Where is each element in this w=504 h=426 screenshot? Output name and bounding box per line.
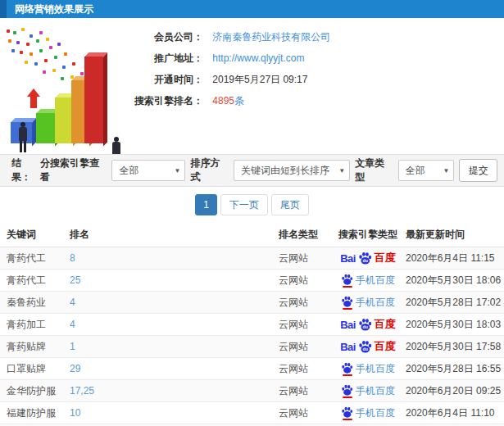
- svg-text:du: du: [362, 258, 367, 263]
- header-updated: 最新更新时间: [406, 228, 504, 242]
- rank-count-suffix: 条: [234, 95, 244, 106]
- baidu-paw-icon: du: [358, 340, 372, 353]
- next-page-button[interactable]: 下一页: [220, 194, 268, 215]
- rank-type-cell: 云网站: [279, 274, 330, 288]
- pagination: 1 下一页 尾页: [0, 187, 504, 223]
- mobile-baidu-text: 手机百度: [356, 296, 395, 310]
- rank-link[interactable]: 10: [70, 407, 279, 419]
- page-1-button[interactable]: 1: [195, 194, 217, 215]
- rank-count-label: 搜索引擎排名：: [125, 90, 203, 111]
- baidu-logo-cn-text: 百度: [375, 251, 396, 265]
- baidu-paw-icon: [341, 406, 353, 418]
- company-info-list: 会员公司： 济南秦鲁药业科技有限公司 推广地址： http://www.qlyy…: [125, 26, 502, 111]
- updated-time-cell: 2020年6月4日 11:10: [406, 406, 504, 420]
- engine-filter-select[interactable]: 全部 ▼: [111, 160, 185, 181]
- baidu-paw-icon: du: [358, 252, 372, 265]
- updated-time-cell: 2020年5月30日 18:03: [406, 318, 504, 332]
- header-rank-type: 排名类型: [279, 228, 330, 242]
- keyword-cell: 膏药加工: [7, 318, 70, 332]
- table-row: 福建防护服10云网站手机百度2020年6月4日 11:10: [0, 402, 504, 424]
- table-row: 口罩贴牌29云网站手机百度2020年5月28日 16:55: [0, 358, 504, 380]
- page: 网络营销效果展示 会员公司： 济南秦鲁药业科技有限公司 推广地址： http:/…: [0, 0, 504, 426]
- illustration-bar-green: [36, 113, 55, 143]
- caret-down-icon: ▼: [338, 161, 345, 182]
- updated-time-cell: 2020年6月20日 09:25: [406, 384, 504, 398]
- red-arrow-icon: [27, 88, 40, 108]
- baidu-mobile-logo: 手机百度: [330, 296, 406, 310]
- article-type-select[interactable]: 全部 ▼: [398, 160, 455, 181]
- promo-url-link[interactable]: http://www.qlyyjt.com: [212, 52, 304, 64]
- keyword-cell: 膏药代工: [7, 274, 70, 288]
- baidu-logo-cn-text: 百度: [375, 339, 396, 354]
- baidu-mobile-icon: [341, 362, 353, 376]
- rank-link[interactable]: 17,25: [70, 385, 279, 397]
- engine-filter-value: 全部: [119, 165, 138, 176]
- keyword-cell: 膏药贴牌: [7, 340, 70, 354]
- article-type-value: 全部: [406, 165, 425, 176]
- mobile-baidu-text: 手机百度: [356, 274, 395, 288]
- rank-type-cell: 云网站: [279, 296, 330, 310]
- rank-type-cell: 云网站: [279, 252, 330, 265]
- svg-text:du: du: [362, 324, 367, 329]
- confetti-decoration: [7, 29, 10, 33]
- bar-chart-illustration: [0, 25, 143, 147]
- rank-link[interactable]: 1: [70, 341, 279, 352]
- red-underline-decoration: [343, 419, 352, 420]
- sort-label: 排序方式: [190, 156, 229, 184]
- baidu-paw-icon: [341, 362, 353, 374]
- keyword-cell: 膏药代工: [7, 252, 70, 265]
- company-name-link[interactable]: 济南秦鲁药业科技有限公司: [212, 31, 330, 43]
- page-title: 网络营销效果展示: [15, 3, 93, 15]
- table-body: 膏药代工8云网站Baidu百度2020年6月4日 11:15膏药代工25云网站手…: [0, 247, 504, 426]
- submit-button[interactable]: 提交: [459, 159, 497, 182]
- table-header-row: 关键词 排名 排名类型 搜索引擎类型 最新更新时间: [0, 223, 504, 247]
- info-row-rank-count: 搜索引擎排名： 4895条: [125, 90, 502, 111]
- window-titlebar: 网络营销效果展示: [0, 0, 504, 18]
- baidu-mobile-icon: [341, 274, 353, 288]
- rank-type-cell: 云网站: [279, 406, 330, 420]
- rank-type-cell: 云网站: [279, 340, 330, 354]
- header-rank: 排名: [70, 228, 279, 242]
- rank-type-cell: 云网站: [279, 362, 330, 376]
- rank-link[interactable]: 8: [70, 252, 279, 264]
- table-row: 金华防护服17,25云网站手机百度2020年6月20日 09:25: [0, 380, 504, 402]
- header-keyword: 关键词: [7, 228, 70, 242]
- rank-link[interactable]: 4: [70, 319, 279, 330]
- rank-link[interactable]: 29: [70, 363, 279, 374]
- illustration-bar-yellow: [55, 97, 73, 143]
- rank-link[interactable]: 25: [70, 274, 279, 286]
- keyword-cell: 金华防护服: [7, 384, 70, 398]
- baidu-pc-logo: Baidu百度: [330, 339, 406, 354]
- baidu-mobile-logo: 手机百度: [330, 274, 406, 288]
- mobile-baidu-text: 手机百度: [356, 384, 395, 398]
- table-row: 膏药代工25云网站手机百度2020年5月30日 18:06: [0, 270, 504, 292]
- red-underline-decoration: [343, 286, 352, 288]
- sort-value: 关键词由短到长排序: [241, 165, 329, 176]
- table-row: 膏药贴牌1云网站Baidu百度2020年5月30日 17:58: [0, 336, 504, 358]
- baidu-logo-bai-text: Bai: [340, 252, 356, 265]
- baidu-paw-icon: [341, 296, 353, 307]
- baidu-mobile-logo: 手机百度: [330, 384, 406, 398]
- table-row: 秦鲁药业4云网站手机百度2020年5月28日 17:02: [0, 292, 504, 314]
- baidu-logo-bai-text: Bai: [340, 341, 356, 353]
- table-row: 膏药代工8云网站Baidu百度2020年6月4日 11:15: [0, 247, 504, 270]
- red-underline-decoration: [343, 308, 352, 310]
- baidu-paw-icon: [341, 274, 353, 285]
- baidu-mobile-logo: 手机百度: [330, 406, 406, 420]
- baidu-paw-icon: [341, 384, 353, 396]
- rank-type-cell: 云网站: [279, 384, 330, 398]
- filter-bar: 结果： 分搜索引擎查看 全部 ▼ 排序方式 关键词由短到长排序 ▼ 文章类型 全…: [0, 154, 504, 187]
- info-row-open-time: 开通时间： 2019年5月27日 09:17: [125, 69, 502, 90]
- filter-controls: 分搜索引擎查看 全部 ▼ 排序方式 关键词由短到长排序 ▼ 文章类型 全部 ▼ …: [40, 156, 497, 184]
- baidu-mobile-icon: [341, 296, 353, 310]
- engine-filter-label: 分搜索引擎查看: [40, 156, 107, 184]
- info-row-company: 会员公司： 济南秦鲁药业科技有限公司: [125, 26, 502, 48]
- baidu-logo-cn-text: 百度: [375, 317, 396, 332]
- baidu-pc-logo: Baidu百度: [330, 317, 406, 332]
- rank-link[interactable]: 4: [70, 297, 279, 308]
- header-engine-type: 搜索引擎类型: [330, 228, 406, 242]
- rank-count-value: 4895: [212, 95, 234, 106]
- updated-time-cell: 2020年5月30日 17:58: [406, 340, 504, 354]
- sort-select[interactable]: 关键词由短到长排序 ▼: [234, 160, 350, 181]
- last-page-button[interactable]: 尾页: [271, 194, 309, 215]
